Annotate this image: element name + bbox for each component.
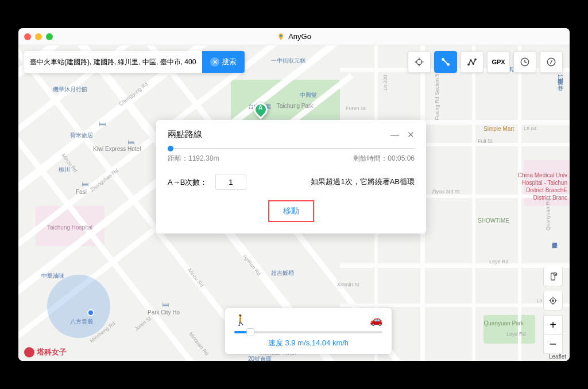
- road-label: Quanyuan Rd: [545, 199, 551, 231]
- poi-label: Kiwi Express Hotel: [93, 146, 141, 152]
- search-button-label: 搜索: [222, 57, 237, 67]
- poi-label: Park City Ho: [148, 309, 180, 316]
- hotel-icon: 🛏: [82, 180, 88, 188]
- locate-button[interactable]: [408, 51, 431, 73]
- zoom-out-button[interactable]: −: [543, 334, 563, 354]
- device-button[interactable]: [543, 267, 563, 286]
- poi-label: Taichung Park: [277, 103, 313, 109]
- watermark-text: 塔科女子: [37, 347, 67, 357]
- map-attribution: Leaflet: [549, 353, 566, 360]
- minimize-panel-icon[interactable]: —: [390, 130, 399, 140]
- map-controls: + −: [543, 267, 563, 354]
- remaining-label: 剩餘時間：00:05:06: [353, 154, 415, 164]
- svg-point-21: [552, 299, 554, 301]
- road-label: Ln 84: [524, 126, 537, 131]
- car-icon: 🚗: [370, 314, 382, 326]
- watermark: 塔科女子: [24, 347, 67, 357]
- search-button[interactable]: ✕ 搜索: [202, 51, 245, 73]
- app-window: AnyGo 一中街狀元糕 台中公園 Taichung Pa: [18, 28, 570, 361]
- poi-label: 超吉飯桶: [271, 269, 294, 277]
- traffic-lights: [24, 33, 53, 40]
- hotel-icon: 🛏: [127, 138, 134, 146]
- progress-slider[interactable]: [168, 148, 415, 149]
- road-label: Fuli St: [478, 138, 493, 144]
- clear-icon[interactable]: ✕: [210, 57, 219, 67]
- watermark-icon: [24, 347, 34, 357]
- poi-label: Fasi: [76, 189, 87, 195]
- svg-marker-15: [551, 60, 552, 64]
- loop-hint: 如果超過1次，它將繞著AB循環: [311, 177, 415, 187]
- svg-point-9: [468, 64, 469, 65]
- two-point-route-button[interactable]: [434, 51, 457, 73]
- poi-label: Quanyuan Park: [484, 320, 524, 326]
- hotel-icon: 🛏: [99, 120, 106, 128]
- speed-panel: 🚶 🚗 速度 3.9 m/s,14.04 km/h: [225, 308, 392, 354]
- poi-label: SHOWTIME: [478, 217, 509, 224]
- loop-count-input[interactable]: [215, 174, 246, 190]
- road-label: Ln 200: [382, 75, 388, 91]
- route-panel: 兩點路線 — ✕ 距離：1192.38m 剩餘時間：00:05:06 A→B次數…: [156, 120, 426, 234]
- maximize-icon[interactable]: [46, 33, 53, 40]
- app-logo-icon: [277, 33, 285, 41]
- distance-label: 距離：1192.38m: [168, 154, 219, 164]
- recenter-button[interactable]: [543, 291, 563, 310]
- road-label: Leye Rd: [489, 259, 509, 264]
- multi-point-route-button[interactable]: [461, 51, 483, 73]
- road-label: Juren St: [133, 316, 152, 332]
- hotel-icon: 🛏: [162, 301, 169, 309]
- road-label: Furen St: [346, 106, 366, 111]
- close-panel-icon[interactable]: ✕: [407, 130, 415, 140]
- poi-label: 20號倉庫: [248, 355, 272, 361]
- search-input[interactable]: [24, 51, 202, 73]
- zoom-in-button[interactable]: +: [543, 315, 563, 334]
- route-pin-a[interactable]: A: [254, 103, 268, 120]
- poi-label: 荷米旅居: [70, 131, 93, 139]
- titlebar: AnyGo: [18, 28, 570, 45]
- location-accuracy-circle: [47, 275, 110, 338]
- history-button[interactable]: [513, 51, 536, 73]
- road-label: Ziyou 3rd St: [432, 189, 460, 194]
- window-title: AnyGo: [277, 32, 311, 41]
- poi-label: 一中街狀元糕: [271, 57, 305, 65]
- poi-label: 機華沐月行館: [53, 85, 87, 94]
- svg-point-1: [417, 60, 422, 65]
- close-icon[interactable]: [24, 33, 31, 40]
- poi-label: 柳川: [59, 166, 70, 174]
- poi-label: Taichung Hospital: [47, 224, 92, 231]
- svg-line-8: [443, 60, 448, 64]
- svg-point-10: [470, 60, 471, 61]
- gpx-button[interactable]: GPX: [487, 51, 510, 73]
- quanyuan-area: [483, 315, 535, 344]
- move-button[interactable]: 移動: [268, 200, 314, 222]
- current-location-dot: [87, 309, 94, 316]
- app-title: AnyGo: [288, 32, 311, 41]
- speed-readout: 速度 3.9 m/s,14.04 km/h: [234, 338, 382, 348]
- speed-thumb-icon[interactable]: [246, 328, 254, 336]
- poi-label: 美豐街13巷: [556, 74, 564, 80]
- svg-point-12: [475, 59, 476, 60]
- poi-label: China Medical UnivHospital - TaichunDist…: [518, 172, 567, 201]
- slider-thumb-icon[interactable]: [168, 146, 173, 151]
- minimize-icon[interactable]: [35, 33, 42, 40]
- speed-slider[interactable]: [234, 331, 382, 333]
- svg-point-0: [280, 34, 282, 37]
- poi-label: Simple Mart: [483, 126, 514, 132]
- road-label: Xinmin St: [337, 282, 359, 287]
- poi-label: 中華滷味: [41, 272, 64, 280]
- count-section: A→B次數：: [168, 174, 246, 190]
- svg-point-11: [473, 63, 474, 64]
- panel-title: 兩點路線: [168, 129, 202, 140]
- count-label: A→B次數：: [168, 178, 207, 186]
- road: [472, 45, 475, 361]
- poi-label: 中興堂: [300, 91, 317, 99]
- road-label: Fuxing Rd Section 5: [434, 73, 440, 120]
- toolbar: GPX: [408, 51, 563, 73]
- compass-button[interactable]: [540, 51, 563, 73]
- road: [518, 45, 521, 361]
- road-label: Leye Rd: [506, 331, 526, 337]
- search-bar: ✕ 搜索: [24, 51, 245, 73]
- road-label: Minquan Rd: [188, 331, 210, 356]
- walk-icon: 🚶: [234, 314, 247, 326]
